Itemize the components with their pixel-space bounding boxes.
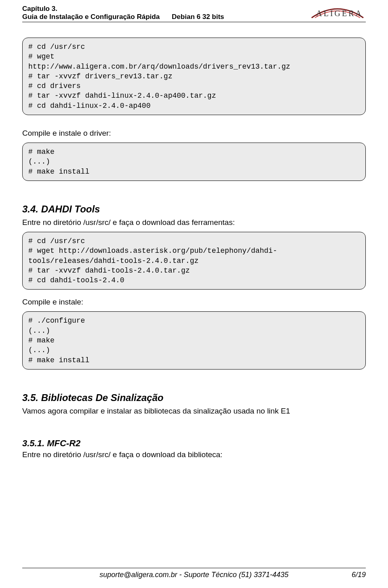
para-download-tools: Entre no diretório /usr/src/ e faça o do… (22, 218, 366, 227)
para-compile-tools: Compile e instale: (22, 298, 366, 307)
header-right (309, 6, 366, 21)
page: Capítulo 3. Guia de Instalação e Configu… (0, 0, 388, 588)
para-compile-driver: Compile e instale o driver: (22, 129, 366, 138)
header-left: Capítulo 3. Guia de Instalação e Configu… (22, 5, 224, 21)
para-bibliotecas: Vamos agora compilar e instalar as bibli… (22, 407, 366, 416)
footer-text: suporte@aligera.com.br - Suporte Técnico… (99, 571, 289, 579)
section-dahdi-tools: 3.4. DAHDI Tools (22, 204, 366, 215)
doc-subtitle: Debian 6 32 bits (172, 13, 224, 21)
chapter-label: Capítulo 3. (22, 5, 224, 13)
page-header: Capítulo 3. Guia de Instalação e Configu… (22, 0, 366, 22)
content: # cd /usr/src # wget http://www.aligera.… (22, 22, 366, 459)
code-block-tools: # cd /usr/src # wget http://downloads.as… (22, 232, 366, 290)
section-bibliotecas: 3.5. Bibliotecas De Sinalização (22, 392, 366, 403)
doc-title: Guia de Instalação e Configuração Rápida (22, 13, 160, 21)
code-block-make-tools: # ./configure (...) # make (...) # make … (22, 311, 366, 369)
para-download-biblioteca: Entre no diretório /usr/src/ e faça o do… (22, 450, 366, 459)
code-block-drivers: # cd /usr/src # wget http://www.aligera.… (22, 38, 366, 115)
subsection-mfcr2: 3.5.1. MFC-R2 (22, 438, 366, 449)
page-number: 6/19 (352, 571, 366, 579)
page-footer: suporte@aligera.com.br - Suporte Técnico… (22, 568, 366, 579)
brand-logo (309, 6, 366, 20)
arc-icon (309, 6, 366, 20)
code-block-make-driver: # make (...) # make install (22, 143, 366, 181)
